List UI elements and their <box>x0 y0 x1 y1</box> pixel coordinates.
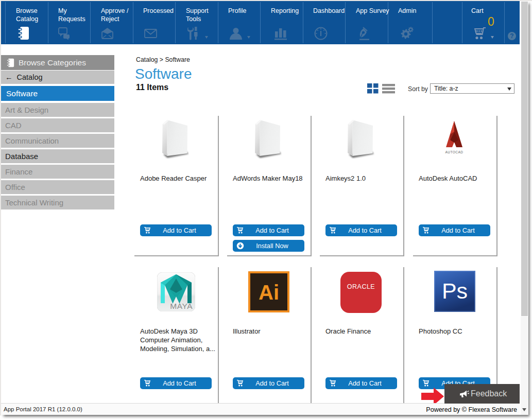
svg-text:AUTOCAD: AUTOCAD <box>445 150 463 154</box>
svg-text:MAYA: MAYA <box>170 302 193 310</box>
svg-text:?: ? <box>510 32 513 40</box>
svg-text:Ps: Ps <box>442 278 468 303</box>
